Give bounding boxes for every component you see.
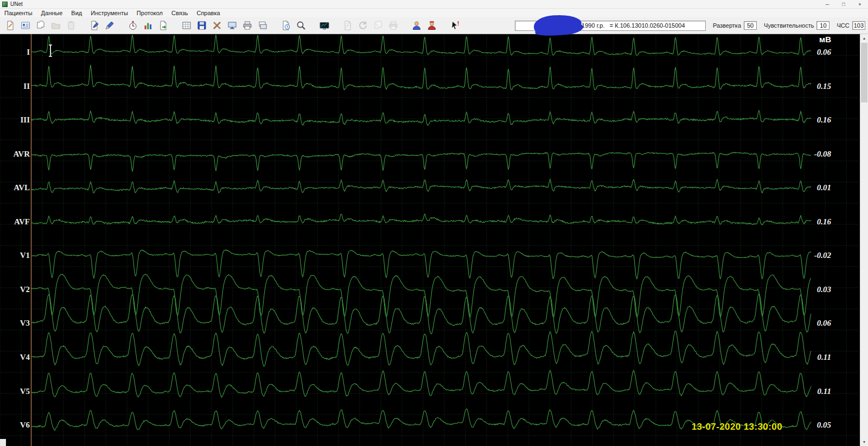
scroll-up-button[interactable]: ▲ — [860, 34, 868, 42]
zoom-button[interactable] — [293, 18, 309, 33]
save-button[interactable] — [194, 18, 209, 33]
open-folder-icon — [50, 20, 61, 31]
title-bar: UNet ─ □ × — [0, 0, 868, 9]
lead-label-V3: V3 — [0, 318, 30, 328]
patient-red-button[interactable] — [424, 18, 439, 33]
layers-button[interactable] — [255, 18, 270, 33]
tools-button[interactable] — [209, 18, 225, 33]
ecg-plot — [0, 34, 859, 446]
text-cursor-pointer — [47, 44, 54, 60]
new-record-button[interactable] — [3, 18, 18, 33]
window-title: UNet — [10, 1, 23, 7]
stopwatch-button[interactable] — [125, 18, 141, 33]
pen-icon — [104, 20, 115, 31]
app-icon — [2, 2, 8, 7]
copy-button[interactable] — [33, 18, 48, 33]
cursor-alert-icon: ! — [450, 20, 461, 31]
layers-icon — [257, 20, 268, 31]
lead-value-I: 0.06 — [817, 47, 831, 57]
ecg-trace-AVL — [31, 179, 811, 193]
toolbar-fields: Развертка50Чувствительность10ЧСС103 — [706, 21, 865, 30]
lead-label-III: III — [0, 114, 30, 125]
svg-text:!: ! — [457, 21, 459, 27]
minimize-button[interactable]: ─ — [819, 0, 835, 8]
print-icon — [242, 20, 253, 31]
scroll-corner — [0, 439, 6, 446]
report-print-button — [386, 18, 401, 33]
menu-communication[interactable]: Связь — [167, 9, 192, 17]
copy-icon — [35, 20, 46, 31]
lead-value-V5: 0.11 — [818, 386, 831, 397]
menu-view[interactable]: Вид — [67, 9, 86, 17]
ecg-trace-AVR — [31, 152, 811, 171]
patient-blue-icon — [411, 20, 422, 31]
lead-value-II: 0.15 — [817, 81, 831, 92]
ecg-trace-AVF — [31, 214, 811, 225]
heart-rate-label: ЧСС — [837, 22, 849, 29]
table-icon — [181, 20, 192, 31]
toolbar: ! 1990 г.р. = К.106.13010.0260-015004 Ра… — [0, 17, 868, 34]
ecg-display[interactable]: мВ 13-07-2020 13:30:00 ▲ ▼ I0.06II0.15II… — [0, 34, 868, 446]
refresh-button — [355, 18, 371, 33]
bar-chart-icon — [143, 20, 154, 31]
patient-info-text: 1990 г.р. = К.106.13010.0260-015004 — [582, 22, 685, 29]
table-button[interactable] — [179, 18, 194, 33]
app-window: UNet ─ □ × ПациентыДанныеВидИнструментыП… — [0, 0, 868, 446]
menu-help[interactable]: Справка — [192, 9, 224, 17]
export-icon — [158, 20, 169, 31]
heart-rate-input[interactable]: 103 — [852, 21, 865, 30]
edit-document-icon — [89, 20, 100, 31]
menu-protocol[interactable]: Протокол — [132, 9, 167, 17]
report-layout-icon — [342, 20, 353, 31]
save-icon — [196, 20, 207, 31]
cursor-alert-button[interactable]: ! — [448, 18, 463, 33]
lead-label-V5: V5 — [0, 386, 30, 397]
scroll-down-button[interactable]: ▼ — [860, 438, 868, 446]
window-controls: ─ □ × — [819, 0, 868, 8]
refresh-icon — [358, 20, 368, 31]
menu-patients[interactable]: Пациенты — [0, 9, 37, 17]
lead-value-AVR: -0.08 — [814, 148, 831, 159]
lead-label-AVR: AVR — [0, 148, 30, 159]
ecg-trace-I — [31, 35, 811, 55]
redaction-blob — [533, 14, 582, 36]
lead-label-V1: V1 — [0, 250, 30, 261]
ecg-vertical-scrollbar[interactable]: ▲ ▼ — [860, 34, 868, 446]
screen-export-button[interactable] — [225, 18, 240, 33]
lead-value-AVF: 0.16 — [817, 216, 831, 227]
lead-value-V6: 0.05 — [817, 419, 831, 430]
sweep-input[interactable]: 50 — [744, 21, 757, 30]
report-copy-button — [371, 18, 386, 33]
patient-info-field[interactable]: 1990 г.р. = К.106.13010.0260-015004 — [515, 21, 706, 31]
print-button[interactable] — [240, 18, 255, 33]
patient-blue-button[interactable] — [409, 18, 424, 33]
pen-button[interactable] — [102, 18, 117, 33]
open-folder-button — [48, 18, 63, 33]
zoom-icon — [296, 20, 307, 31]
patient-card-button[interactable] — [18, 18, 33, 33]
clipboard-icon — [66, 20, 76, 31]
bar-chart-button[interactable] — [141, 18, 156, 33]
tools-icon — [212, 20, 222, 31]
maximize-button[interactable]: □ — [835, 0, 852, 8]
clipboard-button — [63, 18, 79, 33]
lead-value-V4: 0.11 — [818, 352, 831, 363]
lead-value-V1: -0.02 — [814, 250, 831, 261]
sensitivity-label: Чувствительность — [764, 22, 814, 29]
sensitivity-input[interactable]: 10 — [816, 21, 829, 30]
clock-button[interactable] — [278, 18, 293, 33]
edit-document-button[interactable] — [87, 18, 102, 33]
lead-value-III: 0.16 — [817, 114, 831, 125]
export-button[interactable] — [156, 18, 171, 33]
lead-label-AVF: AVF — [0, 216, 30, 227]
monitor-button[interactable] — [317, 18, 332, 33]
lead-label-II: II — [0, 81, 30, 92]
scrollbar-thumb[interactable] — [861, 43, 867, 102]
toolbar-icons: ! — [3, 18, 463, 33]
ecg-grid — [0, 34, 859, 446]
menu-tools[interactable]: Инструменты — [86, 9, 132, 17]
record-timestamp: 13-07-2020 13:30:00 — [692, 422, 782, 432]
close-button[interactable]: × — [852, 0, 868, 8]
menu-data[interactable]: Данные — [37, 9, 67, 17]
monitor-icon — [319, 20, 330, 31]
